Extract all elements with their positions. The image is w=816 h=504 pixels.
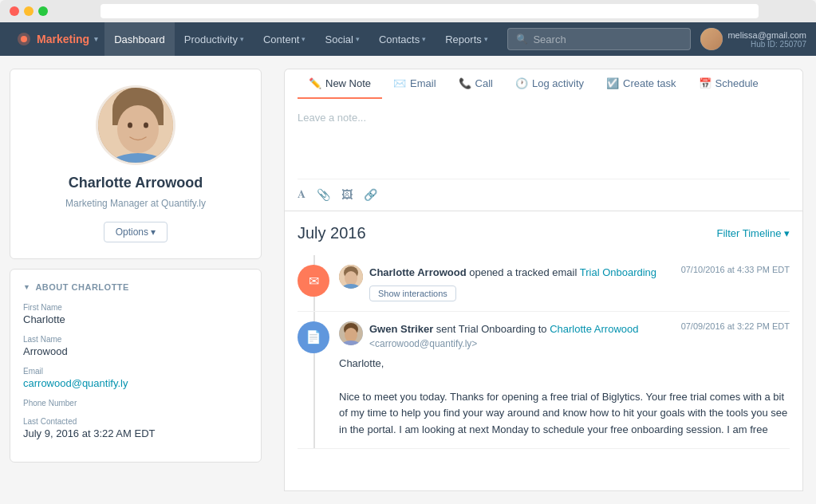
doc-event-sub: <carrowood@quantify.ly> (369, 338, 790, 349)
doc-item-row: Gwen Striker sent Trial Onboarding to Ch… (339, 321, 790, 350)
field-label-last-contacted: Last Contacted (23, 417, 248, 426)
field-label-first-name: First Name (23, 303, 248, 312)
nav-contacts[interactable]: Contacts ▾ (369, 22, 436, 56)
field-label-email: Email (23, 367, 248, 376)
nav-reports[interactable]: Reports ▾ (436, 22, 498, 56)
right-panel: ✏️ New Note ✉️ Email 📞 Call 🕐 Log activi… (271, 56, 816, 504)
pencil-icon: ✏️ (309, 77, 321, 89)
field-value-last-name: Arrowood (23, 345, 248, 357)
svg-point-6 (128, 123, 132, 128)
content-chevron: ▾ (302, 35, 306, 43)
navbar: Marketing ▾ Dashboard Productivity ▾ Con… (0, 22, 816, 56)
gwen-avatar-small (339, 321, 363, 345)
calendar-icon: 📅 (699, 77, 712, 89)
nav-search-area: 🔍 Search (507, 28, 691, 50)
image-icon[interactable]: 🖼 (341, 188, 353, 201)
field-label-phone: Phone Number (23, 399, 248, 408)
email-event-content: Charlotte Arrowood opened a tracked emai… (339, 265, 790, 301)
nav-social[interactable]: Social ▾ (315, 22, 369, 56)
attachment-icon[interactable]: 📎 (317, 188, 330, 201)
doc-person-name: Gwen Striker (369, 323, 433, 335)
text-format-icon[interactable]: 𝐀 (298, 187, 306, 201)
social-chevron: ▾ (356, 35, 360, 43)
timeline-month: July 2016 (298, 224, 366, 242)
charlotte-avatar-small (339, 265, 363, 289)
url-bar[interactable] (101, 4, 759, 18)
user-email: melissa@gmail.com (727, 30, 806, 40)
field-value-last-contacted: July 9, 2016 at 3:22 AM EDT (23, 427, 248, 439)
show-interactions-button[interactable]: Show interactions (369, 285, 456, 301)
main-layout: Charlotte Arrowood Marketing Manager at … (0, 56, 816, 504)
email-item-main: Charlotte Arrowood opened a tracked emai… (369, 265, 790, 301)
svg-point-1 (21, 36, 27, 42)
minimize-button[interactable] (24, 6, 34, 16)
filter-timeline-button[interactable]: Filter Timeline ▾ (716, 227, 790, 239)
field-last-name: Last Name Arrowood (23, 335, 248, 357)
doc-event-text: Gwen Striker sent Trial Onboarding to Ch… (369, 321, 638, 337)
email-event-time: 07/10/2016 at 4:33 PM EDT (681, 265, 790, 274)
profile-card: Charlotte Arrowood Marketing Manager at … (10, 69, 262, 259)
user-info: melissa@gmail.com Hub ID: 250707 (727, 30, 806, 49)
tab-create-task[interactable]: ☑️ Create task (595, 69, 687, 99)
tab-email[interactable]: ✉️ Email (382, 69, 447, 99)
note-area: Leave a note... 𝐀 📎 🖼 🔗 (284, 99, 803, 211)
note-input[interactable]: Leave a note... (298, 108, 790, 172)
tab-call[interactable]: 📞 Call (447, 69, 504, 99)
phone-icon: 📞 (459, 77, 471, 89)
svg-point-7 (144, 123, 148, 128)
field-first-name: First Name Charlotte (23, 303, 248, 325)
maximize-button[interactable] (38, 6, 48, 16)
email-body: Charlotte, Nice to meet you today. Thank… (339, 356, 790, 439)
email-icon: ✉️ (393, 77, 406, 89)
link-icon[interactable]: 🔗 (364, 188, 377, 201)
field-email: Email carrowood@quantify.ly (23, 367, 248, 389)
tab-new-note[interactable]: ✏️ New Note (298, 69, 382, 99)
profile-name: Charlotte Arrowood (69, 175, 203, 191)
document-icon: 📄 (306, 329, 321, 345)
nav-productivity[interactable]: Productivity ▾ (175, 22, 254, 56)
envelope-icon: ✉ (309, 274, 319, 289)
nav-dashboard[interactable]: Dashboard (104, 22, 175, 56)
timeline-item-doc: 📄 (298, 312, 790, 449)
left-panel: Charlotte Arrowood Marketing Manager at … (0, 56, 271, 504)
checkbox-icon: ☑️ (606, 77, 619, 89)
clock-icon: 🕐 (515, 77, 528, 89)
close-button[interactable] (10, 6, 19, 16)
brand-chevron: ▾ (94, 35, 98, 43)
user-hub-id: Hub ID: 250707 (727, 40, 806, 49)
nav-brand[interactable]: Marketing ▾ (10, 31, 104, 47)
reports-chevron: ▾ (484, 35, 488, 43)
email-event-row: Charlotte Arrowood opened a tracked emai… (369, 265, 790, 281)
search-icon: 🔍 (516, 33, 528, 45)
avatar-image (98, 85, 173, 165)
field-value-email[interactable]: carrowood@quantify.ly (23, 377, 248, 389)
email-person-name: Charlotte Arrowood (369, 266, 467, 278)
nav-content[interactable]: Content ▾ (254, 22, 316, 56)
tab-log-activity[interactable]: 🕐 Log activity (504, 69, 595, 99)
search-placeholder: Search (533, 33, 566, 45)
options-button[interactable]: Options ▾ (104, 222, 168, 242)
title-bar (0, 0, 816, 22)
productivity-chevron: ▾ (240, 35, 244, 43)
tabs-bar: ✏️ New Note ✉️ Email 📞 Call 🕐 Log activi… (284, 69, 803, 99)
user-avatar[interactable] (700, 28, 723, 50)
avatar-image (700, 28, 723, 50)
svg-point-5 (117, 105, 159, 153)
doc-item-main: Gwen Striker sent Trial Onboarding to Ch… (369, 321, 790, 350)
timeline-section: July 2016 Filter Timeline ▾ ✉ (284, 211, 803, 491)
tab-schedule[interactable]: 📅 Schedule (688, 69, 770, 99)
field-phone: Phone Number (23, 399, 248, 408)
timeline-list: ✉ (298, 255, 790, 449)
doc-event-time: 07/09/2016 at 3:22 PM EDT (681, 321, 790, 331)
trial-onboarding-link[interactable]: Trial Onboarding (580, 266, 656, 278)
search-box[interactable]: 🔍 Search (507, 28, 691, 50)
nav-user: melissa@gmail.com Hub ID: 250707 (700, 28, 806, 50)
email-action: opened a tracked email (469, 266, 580, 278)
email-item-row: Charlotte Arrowood opened a tracked emai… (339, 265, 790, 301)
field-value-first-name: Charlotte (23, 313, 248, 325)
about-title: ABOUT CHARLOTTE (35, 282, 129, 292)
email-event-icon: ✉ (298, 265, 329, 297)
avatar (96, 85, 175, 165)
doc-event-content: Gwen Striker sent Trial Onboarding to Ch… (339, 321, 790, 439)
charlotte-link[interactable]: Charlotte Arrowood (550, 323, 638, 335)
